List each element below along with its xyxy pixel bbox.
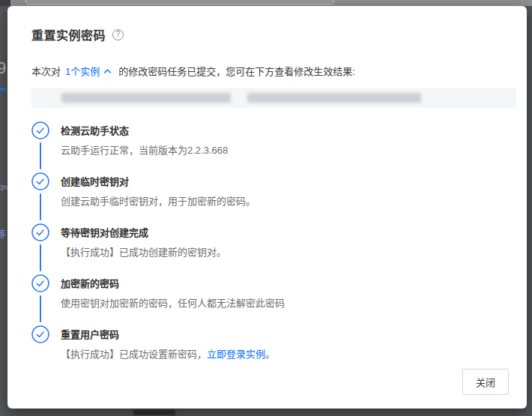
step-title: 等待密钥对创建完成 [61,226,226,240]
background-text-fragment: 等 [0,227,6,240]
step-item-1: 检测云助手状态 云助手运行正常，当前版本为2.2.3.668 [31,121,509,172]
steps-list: 检测云助手状态 云助手运行正常，当前版本为2.2.3.668 创建临时密钥对 创… [31,121,509,361]
step-desc: 创建云助手临时密钥对，用于加密新的密码。 [61,194,256,223]
check-circle-icon [31,172,49,190]
step-item-3: 等待密钥对创建完成 【执行成功】已成功创建新的密钥对。 [31,223,509,274]
step-desc-suffix: 。 [265,349,275,360]
background-text-fragment: 9 [0,60,6,76]
summary-text: 本次对1个实例的修改密码任务已提交，您可在下方查看修改生效结果: [24,64,509,78]
summary-prefix: 本次对 [31,66,61,77]
help-icon-glyph: ? [116,31,121,38]
redacted-instance-name [247,93,421,103]
help-icon[interactable]: ? [112,29,124,40]
step-title: 加密新的密码 [61,277,285,291]
background-active-tab-indicator [0,88,6,91]
step-connector [40,193,41,220]
check-circle-icon [31,223,49,241]
chevron-up-icon[interactable] [103,65,112,76]
step-desc: 【执行成功】已成功创建新的密钥对。 [61,245,226,274]
step-title: 检测云助手状态 [61,124,228,138]
step-rail [31,172,49,223]
step-title: 创建临时密钥对 [61,175,256,189]
check-circle-icon [31,274,49,292]
dialog-title: 重置实例密码 [31,25,106,43]
instance-id-box [31,88,516,108]
dialog-header: 重置实例密码 ? [24,25,509,43]
step-item-4: 加密新的密码 使用密钥对加密新的密码，任何人都无法解密此密码 [31,274,509,325]
check-circle-icon [31,325,49,343]
close-button[interactable]: 关闭 [462,369,509,395]
step-desc: 云助手运行正常，当前版本为2.2.3.668 [61,143,228,172]
background-corner-fragment [0,0,10,6]
background-search-input-fragment [25,0,334,4]
step-rail [31,121,49,172]
step-connector [40,142,41,169]
step-title: 重置用户密码 [61,328,275,342]
step-item-2: 创建临时密钥对 创建云助手临时密钥对，用于加密新的密码。 [31,172,509,223]
step-connector [40,244,41,271]
step-item-5: 重置用户密码 【执行成功】已成功设置新密码，立即登录实例。 [31,325,509,361]
screen: 9 qw 等 重置实例密码 ? 本次对1个实例的修改密码任务已提交，您可在下方查… [0,0,532,416]
redacted-instance-id [61,93,231,103]
login-instance-link[interactable]: 立即登录实例 [207,349,265,360]
step-rail [31,325,49,361]
step-desc: 【执行成功】已成功设置新密码，立即登录实例。 [61,347,275,361]
step-rail [31,223,49,274]
reset-password-dialog: 重置实例密码 ? 本次对1个实例的修改密码任务已提交，您可在下方查看修改生效结果… [7,6,527,409]
step-connector [40,295,41,322]
background-text-smudge [133,410,175,415]
step-desc-text: 【执行成功】已成功设置新密码， [61,349,207,360]
instance-count-link[interactable]: 1个实例 [65,66,100,77]
summary-suffix: 的修改密码任务已提交，您可在下方查看修改生效结果: [118,66,355,77]
step-rail [31,274,49,325]
dialog-footer: 关闭 [24,361,509,395]
step-desc: 使用密钥对加密新的密码，任何人都无法解密此密码 [61,296,285,325]
check-circle-icon [31,121,49,139]
